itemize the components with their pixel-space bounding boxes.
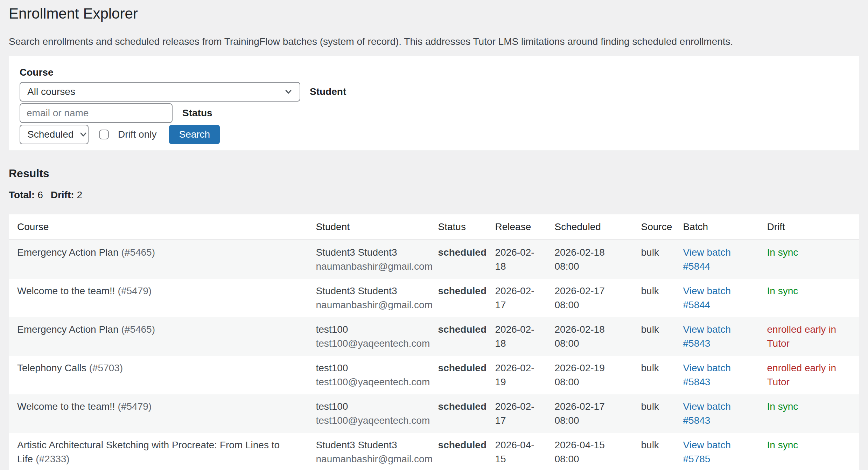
status-cell: scheduled [430, 394, 487, 433]
batch-cell: View batch #5785 [675, 433, 759, 470]
release-cell: 2026-02-17 [487, 394, 547, 433]
course-select-value: All courses [27, 86, 75, 97]
view-batch-link[interactable]: View batch #5844 [683, 285, 731, 310]
table-row: Artistic Architectural Sketching with Pr… [9, 433, 859, 470]
column-header-source: Source [633, 214, 675, 240]
drift-label: Drift: [51, 189, 74, 200]
drift-status: In sync [767, 440, 798, 450]
batch-cell: View batch #5844 [675, 279, 759, 317]
course-cell: Welcome to the team!!(#5479) [9, 279, 308, 317]
status-cell: scheduled [430, 433, 487, 470]
course-label: Course [20, 67, 850, 78]
source-cell: bulk [633, 433, 675, 470]
status-cell: scheduled [430, 317, 487, 356]
scheduled-cell: 2026-02-18 08:00 [547, 317, 633, 356]
source-cell: bulk [633, 317, 675, 356]
column-header-course: Course [9, 214, 308, 240]
drift-only-label: Drift only [118, 129, 156, 140]
status-cell: scheduled [430, 279, 487, 317]
student-row: Status [20, 103, 850, 123]
drift-cell: In sync [759, 394, 859, 433]
table-row: Telephony Calls(#5703) test100test100@ya… [9, 356, 859, 394]
results-table: Course Student Status Release Scheduled … [9, 214, 859, 470]
source-cell: bulk [633, 279, 675, 317]
drift-cell: enrolled early in Tutor [759, 317, 859, 356]
source-cell: bulk [633, 240, 675, 279]
batch-cell: View batch #5843 [675, 356, 759, 394]
view-batch-link[interactable]: View batch #5844 [683, 247, 731, 272]
content-area: Enrollment Explorer Search enrollments a… [0, 5, 868, 470]
drift-only-checkbox[interactable] [99, 130, 109, 139]
course-row: All courses Student [20, 82, 850, 102]
course-select[interactable]: All courses [20, 82, 300, 102]
course-cell: Artistic Architectural Sketching with Pr… [9, 433, 308, 470]
drift-only-group: Drift only [99, 129, 156, 140]
drift-status: In sync [767, 247, 798, 258]
results-summary: Total:6Drift:2 [9, 189, 859, 201]
drift-value: 2 [77, 189, 83, 200]
scheduled-cell: 2026-02-17 08:00 [547, 394, 633, 433]
column-header-scheduled: Scheduled [547, 214, 633, 240]
view-batch-link[interactable]: View batch #5843 [683, 362, 731, 387]
drift-cell: In sync [759, 433, 859, 470]
results-heading: Results [9, 167, 859, 180]
view-batch-link[interactable]: View batch #5843 [683, 401, 731, 426]
page-description: Search enrollments and scheduled release… [9, 35, 859, 49]
release-cell: 2026-04-15 [487, 433, 547, 470]
drift-status: enrolled early in Tutor [767, 362, 836, 387]
scheduled-cell: 2026-02-17 08:00 [547, 279, 633, 317]
batch-cell: View batch #5843 [675, 394, 759, 433]
release-cell: 2026-02-18 [487, 317, 547, 356]
release-cell: 2026-02-18 [487, 240, 547, 279]
student-cell: test100test100@yaqeentech.com [308, 356, 430, 394]
student-cell: Student3 Student3naumanbashir@gmail.com [308, 240, 430, 279]
status-label: Status [182, 108, 212, 119]
drift-cell: enrolled early in Tutor [759, 356, 859, 394]
status-row: Scheduled Drift only Search [20, 125, 850, 144]
course-cell: Emergency Action Plan(#5465) [9, 240, 308, 279]
release-cell: 2026-02-17 [487, 279, 547, 317]
filter-panel: Course All courses Student Status Schedu… [9, 56, 859, 151]
search-button[interactable]: Search [169, 125, 220, 144]
course-cell: Welcome to the team!!(#5479) [9, 394, 308, 433]
status-select-value: Scheduled [27, 129, 74, 140]
column-header-student: Student [308, 214, 430, 240]
scheduled-cell: 2026-02-18 08:00 [547, 240, 633, 279]
course-cell: Telephony Calls(#5703) [9, 356, 308, 394]
drift-status: enrolled early in Tutor [767, 324, 836, 349]
batch-cell: View batch #5843 [675, 317, 759, 356]
student-label: Student [310, 86, 346, 97]
column-header-release: Release [487, 214, 547, 240]
status-cell: scheduled [430, 356, 487, 394]
student-cell: Student3 Student3naumanbashir@gmail.com [308, 279, 430, 317]
course-cell: Emergency Action Plan(#5465) [9, 317, 308, 356]
student-cell: Student3 Student3naumanbashir@gmail.com [308, 433, 430, 470]
view-batch-link[interactable]: View batch #5843 [683, 324, 731, 349]
source-cell: bulk [633, 356, 675, 394]
chevron-down-icon [284, 87, 293, 97]
scheduled-cell: 2026-02-19 08:00 [547, 356, 633, 394]
release-cell: 2026-02-19 [487, 356, 547, 394]
status-cell: scheduled [430, 240, 487, 279]
view-batch-link[interactable]: View batch #5785 [683, 440, 731, 464]
drift-status: In sync [767, 285, 798, 296]
column-header-batch: Batch [675, 214, 759, 240]
drift-cell: In sync [759, 279, 859, 317]
drift-cell: In sync [759, 240, 859, 279]
scheduled-cell: 2026-04-15 08:00 [547, 433, 633, 470]
column-header-drift: Drift [759, 214, 859, 240]
table-row: Emergency Action Plan(#5465) test100test… [9, 317, 859, 356]
column-header-status: Status [430, 214, 487, 240]
chevron-down-icon [78, 130, 88, 139]
drift-status: In sync [767, 401, 798, 412]
table-row: Welcome to the team!!(#5479) test100test… [9, 394, 859, 433]
total-value: 6 [37, 189, 43, 200]
table-row: Emergency Action Plan(#5465) Student3 St… [9, 240, 859, 279]
table-row: Welcome to the team!!(#5479) Student3 St… [9, 279, 859, 317]
status-select[interactable]: Scheduled [20, 125, 89, 144]
student-input[interactable] [20, 103, 173, 123]
source-cell: bulk [633, 394, 675, 433]
page-title: Enrollment Explorer [9, 5, 859, 22]
student-cell: test100test100@yaqeentech.com [308, 317, 430, 356]
student-cell: test100test100@yaqeentech.com [308, 394, 430, 433]
